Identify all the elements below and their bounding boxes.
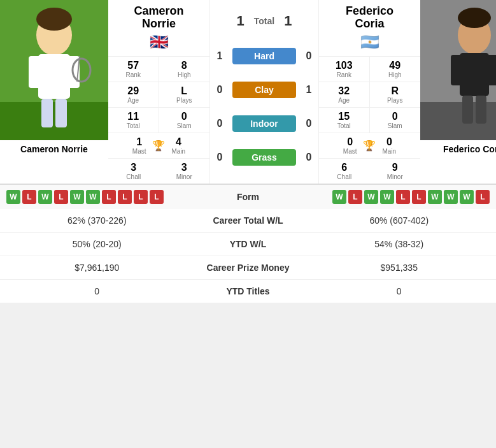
top-section: Cameron Norrie Cameron Norrie 🇬🇧 57 Rank… — [0, 0, 496, 184]
surface-indoor-row: 0 Indoor 0 — [213, 115, 315, 132]
right-ytd-wl: 54% (38-32) — [312, 239, 487, 249]
left-rank: 57 Rank — [108, 56, 159, 82]
left-form-badge: W — [38, 190, 52, 204]
left-form-badge: L — [134, 190, 148, 204]
left-player-name: Cameron Norrie — [111, 5, 206, 31]
left-rank-high: 8 High — [159, 56, 210, 82]
right-form-badge: W — [428, 190, 442, 204]
right-chall: 6 Chall — [319, 158, 370, 184]
svg-rect-14 — [460, 53, 489, 96]
right-ytd-titles: 0 — [312, 286, 487, 296]
surface-hard-row: 1 Hard 0 — [213, 48, 315, 64]
right-plays: R Plays — [370, 82, 421, 107]
left-stats-grid: 57 Rank 8 High 29 Age L Plays 11 Total — [108, 56, 209, 184]
career-wl-label: Career Total W/L — [185, 215, 312, 226]
total-score-right: 1 — [284, 13, 292, 29]
surface-hard-badge: Hard — [232, 48, 296, 64]
right-rank-high: 49 High — [370, 56, 421, 82]
left-form-badge: L — [118, 190, 132, 204]
total-score-left: 1 — [237, 13, 244, 29]
right-form-badges: WLWWLLWWWL — [274, 190, 490, 204]
center-comparison: 1 Total 1 1 Hard 0 0 Clay 1 0 Indoor 0 0 — [210, 0, 318, 184]
svg-rect-7 — [55, 99, 67, 127]
svg-rect-3 — [38, 54, 70, 99]
right-player-name-under-photo: Federico Coria — [420, 140, 496, 158]
right-form-badge: W — [444, 190, 458, 204]
right-slam: 0 Slam — [370, 107, 421, 133]
right-info-panel: Federico Coria 🇦🇷 103 Rank 49 High 32 Ag… — [318, 0, 420, 184]
left-total: 11 Total — [108, 107, 159, 133]
form-section: WLWLWWLLLL Form WLWWLLWWWL — [0, 184, 496, 209]
left-form-badge: W — [6, 190, 20, 204]
svg-rect-16 — [486, 55, 496, 85]
left-info-panel: Cameron Norrie 🇬🇧 57 Rank 8 High 29 Age — [108, 0, 210, 184]
svg-point-19 — [458, 8, 491, 28]
left-plays: L Plays — [159, 82, 210, 107]
ytd-wl-row: 50% (20-20) YTD W/L 54% (38-32) — [0, 233, 496, 256]
right-form-badge: W — [332, 190, 346, 204]
left-form-badge: L — [22, 190, 36, 204]
left-player-col: Cameron Norrie — [0, 0, 108, 184]
right-player-photo — [420, 0, 496, 140]
form-label: Form — [223, 192, 274, 202]
left-form-badge: W — [70, 190, 84, 204]
left-minor: 3 Minor — [159, 158, 210, 184]
left-ytd-wl: 50% (20-20) — [10, 239, 185, 249]
right-mast-main: 0 Mast 🏆 0 Main — [319, 133, 420, 158]
left-mast-main: 1 Mast 🏆 4 Main — [108, 133, 209, 158]
left-player-photo — [0, 0, 108, 140]
left-prize: $7,961,190 — [10, 263, 185, 273]
left-career-wl: 62% (370-226) — [10, 215, 185, 226]
right-form-badge: W — [364, 190, 378, 204]
left-player-flag: 🇬🇧 — [111, 33, 206, 51]
left-form-badge: L — [150, 190, 164, 204]
right-form-badge: L — [396, 190, 410, 204]
main-container: Cameron Norrie Cameron Norrie 🇬🇧 57 Rank… — [0, 0, 496, 303]
svg-rect-4 — [29, 56, 41, 88]
left-trophy-icon: 🏆 — [152, 140, 165, 152]
right-form-badge: L — [348, 190, 362, 204]
ytd-titles-label: YTD Titles — [185, 286, 312, 296]
right-form-badge: W — [460, 190, 474, 204]
right-player-col: Federico Coria — [420, 0, 496, 184]
right-form-badge: W — [380, 190, 394, 204]
svg-rect-17 — [462, 96, 473, 124]
left-ytd-titles: 0 — [10, 286, 185, 296]
left-form-badges: WLWLWWLLLL — [6, 190, 223, 204]
svg-rect-15 — [451, 55, 462, 85]
career-prize-label: Career Prize Money — [185, 263, 312, 273]
right-form-badge: L — [476, 190, 490, 204]
surface-grass-row: 0 Grass 0 — [213, 149, 315, 166]
ytd-wl-label: YTD W/L — [185, 239, 312, 249]
right-total: 15 Total — [319, 107, 370, 133]
svg-point-8 — [36, 8, 72, 31]
left-name-section: Cameron Norrie 🇬🇧 — [108, 0, 209, 56]
career-prize-row: $7,961,190 Career Prize Money $951,335 — [0, 256, 496, 280]
right-rank: 103 Rank — [319, 56, 370, 82]
surface-grass-badge: Grass — [232, 149, 296, 166]
right-form-badge: L — [412, 190, 426, 204]
right-prize: $951,335 — [312, 263, 487, 273]
svg-rect-6 — [41, 99, 53, 127]
left-form-badge: W — [86, 190, 100, 204]
svg-rect-1 — [0, 102, 108, 140]
left-player-name-under-photo: Cameron Norrie — [0, 140, 108, 158]
left-chall: 3 Chall — [108, 158, 159, 184]
left-form-badge: L — [102, 190, 116, 204]
surface-indoor-badge: Indoor — [232, 115, 296, 132]
right-minor: 9 Minor — [370, 158, 421, 184]
total-row: 1 Total 1 — [237, 13, 292, 29]
right-age: 32 Age — [319, 82, 370, 107]
right-player-name: Federico Coria — [322, 5, 417, 31]
right-player-flag: 🇦🇷 — [322, 33, 417, 51]
stats-rows: 62% (370-226) Career Total W/L 60% (607-… — [0, 209, 496, 303]
total-label: Total — [254, 16, 274, 26]
left-slam: 0 Slam — [159, 107, 210, 133]
career-total-wl-row: 62% (370-226) Career Total W/L 60% (607-… — [0, 209, 496, 233]
right-trophy-icon: 🏆 — [363, 140, 376, 152]
surface-clay-row: 0 Clay 1 — [213, 82, 315, 98]
left-age: 29 Age — [108, 82, 159, 107]
ytd-titles-row: 0 YTD Titles 0 — [0, 280, 496, 303]
right-name-section: Federico Coria 🇦🇷 — [319, 0, 420, 56]
left-form-badge: L — [54, 190, 68, 204]
